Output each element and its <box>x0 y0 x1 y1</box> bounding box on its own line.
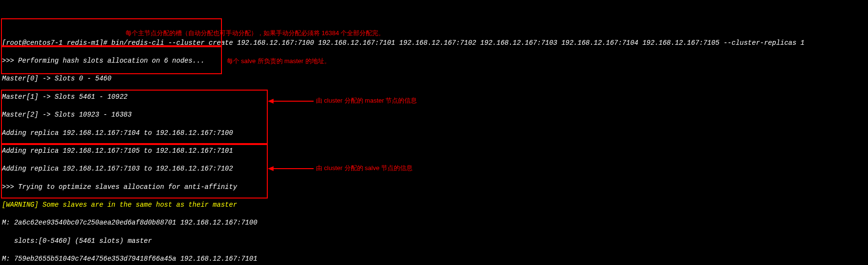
warning-line: [WARNING] Some slaves are in the same ho… <box>2 200 866 210</box>
master-line: M: 759eb2655b51049c74e4756e353d79418f66a… <box>2 254 866 264</box>
output-line: Master[0] -> Slots 0 - 5460 <box>2 74 866 83</box>
annotation-slots: 每个主节点分配的槽（自动分配也可手动分配），如果手动分配必须将 16384 个全… <box>125 29 385 38</box>
output-line: >>> Trying to optimize slaves allocation… <box>2 183 866 192</box>
annotation-replicas: 每个 salve 所负责的 master 的地址。 <box>227 57 331 66</box>
annotation-master-info: 由 cluster 分配的 master 节点的信息 <box>316 96 417 105</box>
master-line: slots:[0-5460] (5461 slots) master <box>2 237 866 246</box>
output-line: Adding replica 192.168.12.167:7103 to 19… <box>2 164 866 173</box>
output-line: >>> Performing hash slots allocation on … <box>2 56 866 66</box>
output-line: Master[2] -> Slots 10923 - 16383 <box>2 110 866 119</box>
output-line: Adding replica 192.168.12.167:7105 to 19… <box>2 146 866 156</box>
command: bin/redis-cli --cluster create 192.168.1… <box>111 39 805 47</box>
output-line: Adding replica 192.168.12.167:7104 to 19… <box>2 129 866 138</box>
output-line: Master[1] -> Slots 5461 - 10922 <box>2 93 866 102</box>
prompt-line: [root@centos7-1 redis-m1]# bin/redis-cli… <box>2 39 866 48</box>
annotation-slave-info: 由 cluster 分配的 salve 节点的信息 <box>316 164 413 172</box>
prompt: [root@centos7-1 redis-m1]# <box>2 39 111 47</box>
master-line: M: 2a6c62ee93540bc07c250aea20ed6af8d0b88… <box>2 218 866 227</box>
